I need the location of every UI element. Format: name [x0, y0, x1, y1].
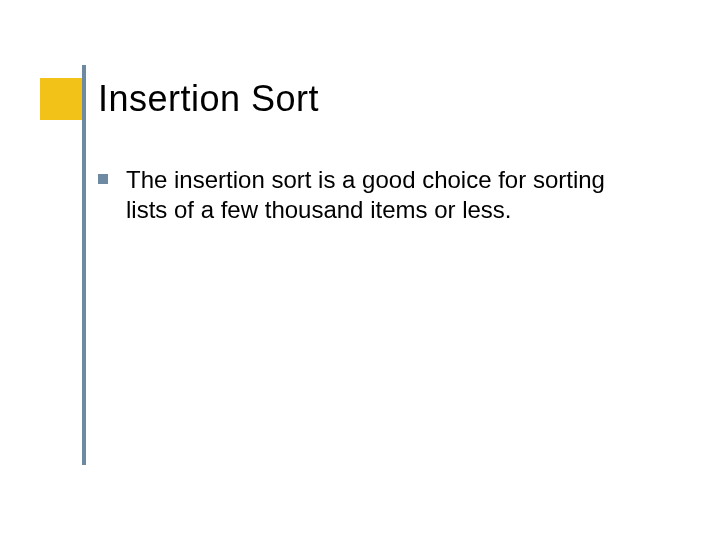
- slide-title: Insertion Sort: [98, 78, 319, 120]
- bullet-item: The insertion sort is a good choice for …: [98, 165, 638, 225]
- slide-body: The insertion sort is a good choice for …: [98, 165, 638, 225]
- accent-square: [40, 78, 82, 120]
- square-bullet-icon: [98, 174, 108, 184]
- bullet-text: The insertion sort is a good choice for …: [126, 165, 638, 225]
- slide: Insertion Sort The insertion sort is a g…: [0, 0, 720, 540]
- accent-vertical-line: [82, 65, 86, 465]
